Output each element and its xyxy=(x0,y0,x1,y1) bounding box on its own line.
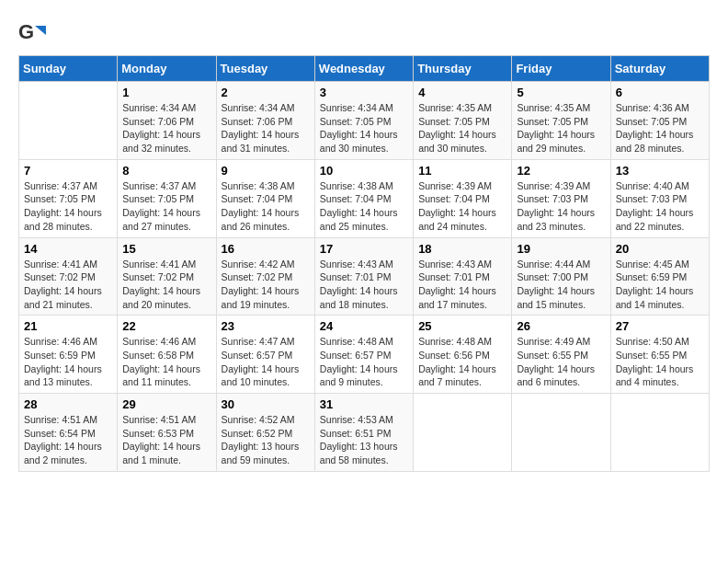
calendar-week-row: 1Sunrise: 4:34 AM Sunset: 7:06 PM Daylig… xyxy=(19,82,710,160)
page-header: G xyxy=(18,18,710,46)
day-number: 20 xyxy=(616,242,704,256)
day-info: Sunrise: 4:48 AM Sunset: 6:56 PM Dayligh… xyxy=(418,335,506,389)
day-number: 25 xyxy=(418,319,506,333)
calendar-day-cell: 26Sunrise: 4:49 AM Sunset: 6:55 PM Dayli… xyxy=(512,316,610,394)
day-info: Sunrise: 4:38 AM Sunset: 7:04 PM Dayligh… xyxy=(222,179,310,234)
day-number: 8 xyxy=(122,164,210,178)
day-number: 26 xyxy=(517,319,605,333)
calendar-day-cell: 2Sunrise: 4:34 AM Sunset: 7:06 PM Daylig… xyxy=(216,82,314,160)
day-info: Sunrise: 4:41 AM Sunset: 7:02 PM Dayligh… xyxy=(24,258,112,312)
day-number: 22 xyxy=(122,319,210,333)
day-info: Sunrise: 4:34 AM Sunset: 7:06 PM Dayligh… xyxy=(122,101,210,155)
day-number: 28 xyxy=(24,397,112,411)
calendar-day-cell: 18Sunrise: 4:43 AM Sunset: 7:01 PM Dayli… xyxy=(414,237,512,316)
day-number: 14 xyxy=(24,242,112,256)
day-info: Sunrise: 4:40 AM Sunset: 7:03 PM Dayligh… xyxy=(616,179,704,234)
calendar-day-cell: 10Sunrise: 4:38 AM Sunset: 7:04 PM Dayli… xyxy=(314,159,413,237)
day-number: 5 xyxy=(517,86,605,99)
calendar-day-cell: 5Sunrise: 4:35 AM Sunset: 7:05 PM Daylig… xyxy=(512,82,610,160)
day-info: Sunrise: 4:39 AM Sunset: 7:04 PM Dayligh… xyxy=(418,179,506,234)
day-of-week-header: Wednesday xyxy=(314,56,413,82)
day-number: 13 xyxy=(616,164,704,178)
day-of-week-header: Thursday xyxy=(414,56,512,82)
day-number: 23 xyxy=(222,319,310,333)
calendar-day-cell: 31Sunrise: 4:53 AM Sunset: 6:51 PM Dayli… xyxy=(314,394,413,472)
calendar-day-cell: 22Sunrise: 4:46 AM Sunset: 6:58 PM Dayli… xyxy=(118,316,216,394)
calendar-week-row: 28Sunrise: 4:51 AM Sunset: 6:54 PM Dayli… xyxy=(19,394,710,472)
day-info: Sunrise: 4:45 AM Sunset: 6:59 PM Dayligh… xyxy=(616,258,704,312)
day-info: Sunrise: 4:50 AM Sunset: 6:55 PM Dayligh… xyxy=(616,335,704,389)
day-info: Sunrise: 4:51 AM Sunset: 6:54 PM Dayligh… xyxy=(24,413,112,467)
day-info: Sunrise: 4:46 AM Sunset: 6:59 PM Dayligh… xyxy=(24,335,112,389)
day-number: 4 xyxy=(418,86,506,99)
day-info: Sunrise: 4:44 AM Sunset: 7:00 PM Dayligh… xyxy=(517,258,605,312)
day-info: Sunrise: 4:53 AM Sunset: 6:51 PM Dayligh… xyxy=(320,413,408,467)
day-number: 30 xyxy=(222,397,310,411)
calendar-day-cell: 20Sunrise: 4:45 AM Sunset: 6:59 PM Dayli… xyxy=(610,237,709,316)
day-number: 16 xyxy=(222,242,310,256)
day-info: Sunrise: 4:43 AM Sunset: 7:01 PM Dayligh… xyxy=(418,258,506,312)
calendar-day-cell: 24Sunrise: 4:48 AM Sunset: 6:57 PM Dayli… xyxy=(314,316,413,394)
day-of-week-header: Monday xyxy=(118,56,216,82)
day-number: 11 xyxy=(418,164,506,178)
calendar-day-cell: 9Sunrise: 4:38 AM Sunset: 7:04 PM Daylig… xyxy=(216,159,314,237)
day-info: Sunrise: 4:34 AM Sunset: 7:06 PM Dayligh… xyxy=(222,101,310,155)
day-number: 9 xyxy=(222,164,310,178)
svg-marker-1 xyxy=(35,26,46,35)
calendar-day-cell: 16Sunrise: 4:42 AM Sunset: 7:02 PM Dayli… xyxy=(216,237,314,316)
day-info: Sunrise: 4:37 AM Sunset: 7:05 PM Dayligh… xyxy=(122,179,210,234)
calendar-day-cell: 23Sunrise: 4:47 AM Sunset: 6:57 PM Dayli… xyxy=(216,316,314,394)
day-number: 3 xyxy=(320,86,408,99)
day-info: Sunrise: 4:35 AM Sunset: 7:05 PM Dayligh… xyxy=(418,101,506,155)
day-number: 18 xyxy=(418,242,506,256)
day-number: 12 xyxy=(517,164,605,178)
calendar-day-cell xyxy=(414,394,512,472)
day-info: Sunrise: 4:52 AM Sunset: 6:52 PM Dayligh… xyxy=(222,413,310,467)
day-number: 29 xyxy=(122,397,210,411)
day-number: 27 xyxy=(616,319,704,333)
calendar-day-cell xyxy=(512,394,610,472)
day-number: 21 xyxy=(24,319,112,333)
day-number: 15 xyxy=(122,242,210,256)
day-info: Sunrise: 4:49 AM Sunset: 6:55 PM Dayligh… xyxy=(517,335,605,389)
day-info: Sunrise: 4:35 AM Sunset: 7:05 PM Dayligh… xyxy=(517,101,605,155)
day-number: 7 xyxy=(24,164,112,178)
svg-text:G: G xyxy=(18,20,34,43)
day-info: Sunrise: 4:41 AM Sunset: 7:02 PM Dayligh… xyxy=(122,258,210,312)
calendar-day-cell: 25Sunrise: 4:48 AM Sunset: 6:56 PM Dayli… xyxy=(414,316,512,394)
day-info: Sunrise: 4:34 AM Sunset: 7:05 PM Dayligh… xyxy=(320,101,408,155)
calendar-body: 1Sunrise: 4:34 AM Sunset: 7:06 PM Daylig… xyxy=(19,82,710,472)
calendar-day-cell: 11Sunrise: 4:39 AM Sunset: 7:04 PM Dayli… xyxy=(414,159,512,237)
day-info: Sunrise: 4:47 AM Sunset: 6:57 PM Dayligh… xyxy=(222,335,310,389)
day-number: 31 xyxy=(320,397,408,411)
calendar-day-cell: 4Sunrise: 4:35 AM Sunset: 7:05 PM Daylig… xyxy=(414,82,512,160)
day-of-week-header: Tuesday xyxy=(216,56,314,82)
day-info: Sunrise: 4:43 AM Sunset: 7:01 PM Dayligh… xyxy=(320,258,408,312)
calendar-day-cell: 19Sunrise: 4:44 AM Sunset: 7:00 PM Dayli… xyxy=(512,237,610,316)
calendar-week-row: 14Sunrise: 4:41 AM Sunset: 7:02 PM Dayli… xyxy=(19,237,710,316)
calendar-day-cell: 3Sunrise: 4:34 AM Sunset: 7:05 PM Daylig… xyxy=(314,82,413,160)
calendar-header: SundayMondayTuesdayWednesdayThursdayFrid… xyxy=(19,56,710,82)
day-of-week-header: Friday xyxy=(512,56,610,82)
calendar-day-cell: 21Sunrise: 4:46 AM Sunset: 6:59 PM Dayli… xyxy=(19,316,118,394)
day-info: Sunrise: 4:51 AM Sunset: 6:53 PM Dayligh… xyxy=(122,413,210,467)
day-info: Sunrise: 4:36 AM Sunset: 7:05 PM Dayligh… xyxy=(616,101,704,155)
logo: G xyxy=(18,18,50,46)
calendar-day-cell: 28Sunrise: 4:51 AM Sunset: 6:54 PM Dayli… xyxy=(19,394,118,472)
days-of-week-row: SundayMondayTuesdayWednesdayThursdayFrid… xyxy=(19,56,710,82)
day-number: 19 xyxy=(517,242,605,256)
calendar-day-cell xyxy=(610,394,709,472)
calendar-day-cell: 12Sunrise: 4:39 AM Sunset: 7:03 PM Dayli… xyxy=(512,159,610,237)
day-number: 1 xyxy=(122,86,210,99)
day-info: Sunrise: 4:42 AM Sunset: 7:02 PM Dayligh… xyxy=(222,258,310,312)
calendar-day-cell xyxy=(19,82,118,160)
calendar-day-cell: 30Sunrise: 4:52 AM Sunset: 6:52 PM Dayli… xyxy=(216,394,314,472)
calendar-day-cell: 14Sunrise: 4:41 AM Sunset: 7:02 PM Dayli… xyxy=(19,237,118,316)
day-number: 17 xyxy=(320,242,408,256)
day-of-week-header: Sunday xyxy=(19,56,118,82)
day-number: 10 xyxy=(320,164,408,178)
calendar-table: SundayMondayTuesdayWednesdayThursdayFrid… xyxy=(18,55,710,472)
logo-icon: G xyxy=(18,18,46,46)
day-number: 6 xyxy=(616,86,704,99)
calendar-day-cell: 29Sunrise: 4:51 AM Sunset: 6:53 PM Dayli… xyxy=(118,394,216,472)
